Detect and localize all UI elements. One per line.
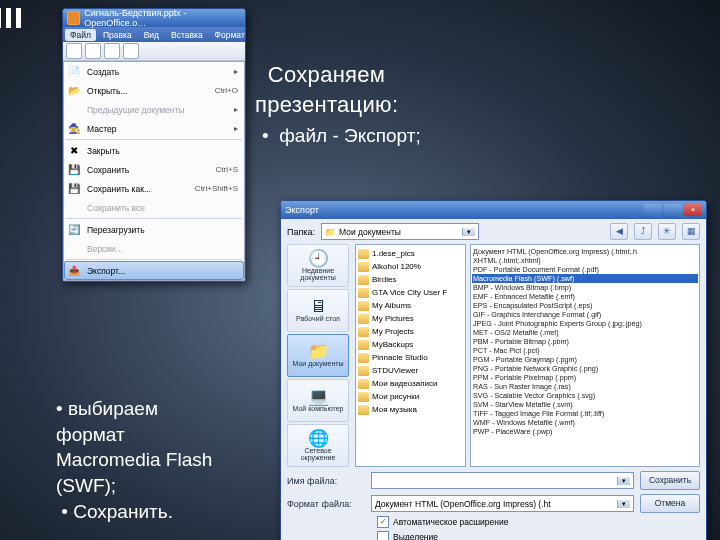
folder-item[interactable]: Мои видеозаписи xyxy=(358,377,463,390)
folder-item[interactable]: Alkohol 120% xyxy=(358,260,463,273)
folder-combo[interactable]: 📁 Мои документы ▾ xyxy=(321,223,479,240)
place-icon: 🕘 xyxy=(308,250,329,267)
place-item[interactable]: 📁Мои документы xyxy=(287,334,349,377)
menu-item[interactable]: 📤Экспорт... xyxy=(64,261,244,280)
back-button[interactable]: ◀ xyxy=(610,223,628,240)
menu-Файл[interactable]: Файл xyxy=(65,29,96,41)
folder-item[interactable]: Моя музыка xyxy=(358,403,463,416)
folder-item[interactable]: Pinnacle Studio xyxy=(358,351,463,364)
folder-icon xyxy=(358,327,369,337)
filetype-option[interactable]: GIF - Graphics Interchange Format (.gif) xyxy=(473,310,697,319)
place-item[interactable]: 🖥Рабочий стол xyxy=(287,289,349,332)
folder-item[interactable]: My Pictures xyxy=(358,312,463,325)
folder-icon xyxy=(358,392,369,402)
folder-item[interactable]: Birdies xyxy=(358,273,463,286)
filetype-option[interactable]: SVM - StarView Metafile (.svm) xyxy=(473,400,697,409)
filetype-option[interactable]: EMF - Enhanced Metafile (.emf) xyxy=(473,292,697,301)
menu-item-label: Версии... xyxy=(87,244,123,254)
folder-item[interactable]: My Albums xyxy=(358,299,463,312)
new-folder-button[interactable]: ✳ xyxy=(658,223,676,240)
filetype-option[interactable]: JPEG - Joint Photographic Experts Group … xyxy=(473,319,697,328)
folder-icon xyxy=(358,314,369,324)
folder-list[interactable]: 1.dese_picsAlkohol 120%BirdiesGTA Vice C… xyxy=(355,244,466,467)
filetype-option[interactable]: MET - OS/2 Metafile (.met) xyxy=(473,328,697,337)
slide-bullet1: файл - Экспорт; xyxy=(262,125,421,147)
menu-Вид[interactable]: Вид xyxy=(139,29,164,41)
filetype-option[interactable]: SVG - Scalable Vector Graphics (.svg) xyxy=(473,391,697,400)
menu-item[interactable]: ✖Закрыть xyxy=(64,141,244,160)
folder-icon xyxy=(358,379,369,389)
filetype-option[interactable]: XHTML (.html;.xhtml) xyxy=(473,256,697,265)
menu-item-label: Сохранить как... xyxy=(87,184,151,194)
folder-item[interactable]: 1.dese_pics xyxy=(358,247,463,260)
place-icon: 📁 xyxy=(308,343,329,360)
filetype-option[interactable]: EPS - Encapsulated PostScript (.eps) xyxy=(473,301,697,310)
maximize-button[interactable] xyxy=(664,204,682,216)
filetype-option[interactable]: BMP - Windows Bitmap (.bmp) xyxy=(473,283,697,292)
menu-item-label: Предыдущие документы xyxy=(87,105,184,115)
selection-checkbox[interactable]: Выделение xyxy=(377,531,700,540)
filetype-option[interactable]: PGM - Portable Graymap (.pgm) xyxy=(473,355,697,364)
views-button[interactable]: ▦ xyxy=(682,223,700,240)
close-button[interactable]: × xyxy=(684,204,702,216)
cancel-button[interactable]: Отмена xyxy=(640,494,700,513)
up-button[interactable]: ⤴ xyxy=(634,223,652,240)
place-item[interactable]: 💻Мой компьютер xyxy=(287,379,349,422)
place-item[interactable]: 🌐Сетевоеокружение xyxy=(287,424,349,467)
filetype-option[interactable]: Macromedia Flash (SWF) (.swf) xyxy=(472,274,698,283)
filetype-option[interactable]: TIFF - Tagged Image File Format (.tif;.t… xyxy=(473,409,697,418)
menu-item[interactable]: 💾СохранитьCtrl+S xyxy=(64,160,244,179)
slide-heading: Сохраняем презентацию: xyxy=(255,60,398,119)
menu-item[interactable]: 💾Сохранить как...Ctrl+Shift+S xyxy=(64,179,244,198)
chevron-down-icon: ▾ xyxy=(462,228,475,236)
save-button[interactable]: Сохранить xyxy=(640,471,700,490)
filetype-option[interactable]: PWP - PlaceWare (.pwp) xyxy=(473,427,697,436)
menu-item-icon: ✖ xyxy=(66,143,81,158)
menu-item-label: Экспорт... xyxy=(87,266,125,276)
toolbar-icon[interactable] xyxy=(85,43,101,59)
screenshot-file-menu: Сигналь-Бедствия.pptx - OpenOffice.o… Фа… xyxy=(62,8,246,282)
folder-item[interactable]: GTA Vice City User F xyxy=(358,286,463,299)
filetype-option[interactable]: RAS - Sun Raster Image (.ras) xyxy=(473,382,697,391)
folder-icon xyxy=(358,262,369,272)
chevron-down-icon: ▾ xyxy=(617,500,630,508)
filetype-option[interactable]: PCT - Mac Pict (.pct) xyxy=(473,346,697,355)
app-icon xyxy=(67,11,80,25)
minimize-button[interactable] xyxy=(644,204,662,216)
toolbar xyxy=(63,42,245,61)
menubar: ФайлПравкаВидВставкаФормат xyxy=(63,27,245,42)
filetype-option[interactable]: Документ HTML (OpenOffice.org Impress) (… xyxy=(473,247,697,256)
filetype-option[interactable]: WMF - Windows Metafile (.wmf) xyxy=(473,418,697,427)
folder-icon xyxy=(358,249,369,259)
menu-item[interactable]: 🔄Перезагрузить xyxy=(64,220,244,239)
toolbar-icon[interactable] xyxy=(123,43,139,59)
filetype-field[interactable]: Документ HTML (OpenOffice.org Impress) (… xyxy=(371,495,634,512)
menu-item: Предыдущие документы▸ xyxy=(64,100,244,119)
filetype-list[interactable]: Документ HTML (OpenOffice.org Impress) (… xyxy=(470,244,700,467)
menu-item[interactable]: 🧙Мастер▸ xyxy=(64,119,244,138)
filetype-option[interactable]: PBM - Portable Bitmap (.pbm) xyxy=(473,337,697,346)
folder-item[interactable]: MyBackups xyxy=(358,338,463,351)
heading-line1: Сохраняем xyxy=(268,62,385,87)
toolbar-icon[interactable] xyxy=(66,43,82,59)
menu-Формат[interactable]: Формат xyxy=(210,29,250,41)
folder-item[interactable]: STDUViewer xyxy=(358,364,463,377)
folder-item[interactable]: My Projects xyxy=(358,325,463,338)
filetype-option[interactable]: PNG - Portable Network Graphic (.png) xyxy=(473,364,697,373)
toolbar-icon[interactable] xyxy=(104,43,120,59)
menu-item-icon xyxy=(66,102,81,117)
filetype-option[interactable]: PPM - Portable Pixelmap (.ppm) xyxy=(473,373,697,382)
menu-item-icon: 💾 xyxy=(66,162,81,177)
filetype-option[interactable]: PDF - Portable Document Format (.pdf) xyxy=(473,265,697,274)
menu-Правка[interactable]: Правка xyxy=(98,29,137,41)
folder-icon xyxy=(358,340,369,350)
menu-item[interactable]: 📄Создать▸ xyxy=(64,62,244,81)
folder-item[interactable]: Мои рисунки xyxy=(358,390,463,403)
autoext-checkbox[interactable]: ✓Автоматическое расширение xyxy=(377,516,700,528)
filename-field[interactable]: ▾ xyxy=(371,472,634,489)
place-item[interactable]: 🕘Недавниедокументы xyxy=(287,244,349,287)
menu-Вставка[interactable]: Вставка xyxy=(166,29,208,41)
folder-label: Папка: xyxy=(287,227,315,237)
place-icon: 💻 xyxy=(308,388,329,405)
menu-item[interactable]: 📂Открыть...Ctrl+O xyxy=(64,81,244,100)
